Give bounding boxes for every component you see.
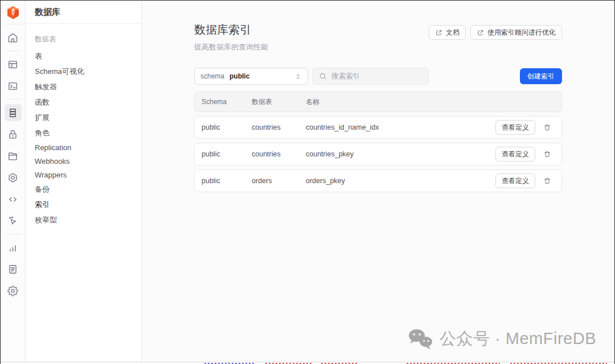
row-actions: 查看定义	[495, 147, 555, 162]
cell-index-name: orders_pkey	[306, 177, 495, 185]
delete-index-button[interactable]	[540, 120, 555, 135]
indexes-page: 数据库索引 提高数据库的查询性能 文档 使用索引顾问进行优化 sche	[194, 1, 562, 192]
controls-row: schema public 创建索引	[194, 68, 562, 85]
folder-icon	[7, 151, 18, 162]
trash-icon	[543, 123, 551, 131]
rail-logs-button[interactable]	[5, 260, 22, 278]
table-editor-icon	[7, 59, 18, 70]
cell-index-name: countries_id_name_idx	[306, 123, 495, 131]
cell-schema: public	[202, 123, 252, 131]
sidebar-item-replication[interactable]: Replication	[26, 140, 141, 154]
index-advisor-button[interactable]: 使用索引顾问进行优化	[470, 25, 562, 40]
cell-table: countries	[252, 123, 306, 131]
rail-divider	[6, 24, 20, 24]
delete-index-button[interactable]	[540, 147, 555, 162]
sidebar-item-webhooks[interactable]: Webhooks	[26, 154, 141, 168]
search-box	[313, 68, 429, 85]
column-header-name: 名称	[306, 97, 555, 107]
search-icon	[319, 72, 327, 80]
schema-select[interactable]: schema public	[194, 68, 308, 85]
home-icon	[7, 32, 18, 43]
delete-index-button[interactable]	[540, 173, 555, 188]
watermark-text: 公众号 · MemFireDB	[440, 328, 596, 350]
sidebar-item-roles[interactable]: 角色	[26, 125, 141, 140]
sidebar-title: 数据库	[26, 1, 141, 24]
cell-schema: public	[202, 177, 252, 185]
cell-table: orders	[252, 177, 306, 185]
view-definition-button[interactable]: 查看定义	[495, 120, 535, 135]
view-definition-button[interactable]: 查看定义	[495, 173, 535, 188]
chevron-up-down-icon	[294, 73, 302, 80]
main-panel: 数据库索引 提高数据库的查询性能 文档 使用索引顾问进行优化 sche	[142, 1, 614, 364]
view-definition-button[interactable]: 查看定义	[495, 147, 535, 162]
icon-rail	[1, 1, 26, 364]
rail-storage-button[interactable]	[5, 147, 22, 164]
rail-divider	[6, 51, 20, 51]
page-subtitle: 提高数据库的查询性能	[194, 42, 268, 52]
schema-select-label: schema	[200, 72, 224, 80]
rail-reports-button[interactable]	[5, 239, 22, 256]
page-title: 数据库索引	[194, 22, 268, 38]
rail-table-editor-button[interactable]	[5, 56, 22, 73]
sidebar-item-indexes[interactable]: 索引	[26, 197, 141, 212]
watermark: 公众号 · MemFireDB	[407, 328, 596, 350]
sidebar-item-enumerated-types[interactable]: 枚举型	[26, 212, 141, 228]
bar-chart-icon	[7, 242, 18, 253]
sidebar-section-label: 数据表	[26, 32, 141, 48]
rail-ai-assistant-button[interactable]	[5, 212, 22, 229]
rail-edge-functions-button[interactable]	[5, 169, 22, 186]
docs-button-label: 文档	[446, 28, 460, 38]
create-index-button[interactable]: 创建索引	[520, 68, 562, 84]
rail-home-button[interactable]	[5, 29, 22, 46]
hexagon-functions-icon	[7, 172, 18, 183]
column-header-table: 数据表	[252, 97, 306, 107]
lock-icon	[7, 129, 18, 140]
sidebar-item-triggers[interactable]: 触发器	[26, 79, 141, 94]
index-advisor-button-label: 使用索引顾问进行优化	[487, 28, 556, 38]
table-header-row: Schema 数据表 名称	[194, 92, 562, 112]
database-sidebar: 数据库 数据表 表 Schema可视化 触发器 函数 扩展 角色 Replica…	[26, 1, 142, 364]
sidebar-item-extensions[interactable]: 扩展	[26, 110, 141, 125]
table-row: public orders orders_pkey 查看定义	[194, 169, 562, 192]
rail-database-button[interactable]	[5, 104, 22, 121]
page-header: 数据库索引 提高数据库的查询性能 文档 使用索引顾问进行优化	[194, 22, 562, 52]
table-row: public countries countries_id_name_idx 查…	[194, 116, 562, 139]
clipped-bottom-strip	[1, 362, 614, 364]
trash-icon	[543, 177, 551, 185]
gear-icon	[7, 286, 18, 296]
external-link-icon	[435, 29, 442, 36]
sidebar-item-tables[interactable]: 表	[26, 48, 141, 64]
document-icon	[7, 264, 18, 275]
rail-settings-button[interactable]	[5, 282, 22, 299]
rail-api-button[interactable]	[5, 191, 22, 208]
page-header-titles: 数据库索引 提高数据库的查询性能	[194, 22, 268, 52]
table-row: public countries countries_pkey 查看定义	[194, 143, 562, 166]
sidebar-item-schema-visualizer[interactable]: Schema可视化	[26, 64, 141, 79]
memfiredb-logo-icon	[6, 5, 20, 20]
sidebar-menu: 数据表 表 Schema可视化 触发器 函数 扩展 角色 Replication…	[26, 24, 141, 235]
schema-select-value: public	[229, 72, 249, 80]
code-brackets-icon	[7, 194, 18, 205]
search-indexes-input[interactable]	[331, 72, 423, 80]
rail-sql-editor-button[interactable]	[5, 77, 22, 94]
rail-authentication-button[interactable]	[5, 126, 22, 143]
page-header-actions: 文档 使用索引顾问进行优化	[429, 25, 562, 40]
sidebar-item-functions[interactable]: 函数	[26, 94, 141, 110]
sidebar-item-backups[interactable]: 备份	[26, 181, 141, 197]
column-header-schema: Schema	[202, 98, 252, 106]
row-actions: 查看定义	[495, 120, 555, 135]
wechat-icon	[407, 328, 433, 350]
memfiredb-logo[interactable]	[5, 5, 21, 20]
sql-editor-icon	[7, 81, 18, 92]
cell-schema: public	[202, 150, 252, 158]
trash-icon	[543, 150, 551, 158]
row-actions: 查看定义	[495, 173, 555, 188]
sidebar-item-wrappers[interactable]: Wrappers	[26, 168, 141, 181]
database-icon	[7, 107, 18, 118]
cell-index-name: countries_pkey	[306, 150, 495, 158]
docs-button[interactable]: 文档	[429, 25, 466, 40]
rail-divider	[6, 234, 20, 234]
cell-table: countries	[252, 150, 306, 158]
cursor-sparkle-icon	[7, 216, 18, 226]
indexes-table: Schema 数据表 名称 public countries countries…	[194, 92, 562, 192]
